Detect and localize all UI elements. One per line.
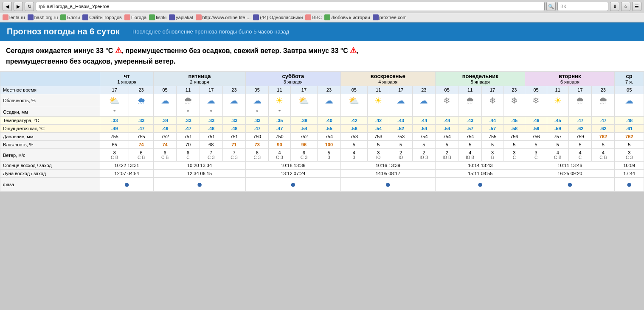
menu-button[interactable]: ☰ <box>632 2 641 11</box>
wind-16: 3В <box>481 149 503 162</box>
bookmark-bash[interactable]: bash.org.ru <box>28 14 58 20</box>
moon-row: Луна восход / заход 12:07 04:54 12:34 06… <box>0 170 644 178</box>
temp-20: -47 <box>568 117 591 125</box>
day-header-row: чт 1 января пятница 2 января суббота 3 я… <box>0 72 644 86</box>
temp-17: -45 <box>503 117 525 125</box>
phase-label: фаза <box>0 178 100 192</box>
feels-12: -52 <box>389 125 412 133</box>
wind-4: 7С-З <box>200 149 222 162</box>
phase-sun: ● <box>340 178 435 192</box>
reload-button[interactable]: ↻ <box>25 2 34 11</box>
precip-7: * <box>269 107 290 117</box>
cloud-19: ☀ <box>547 94 568 107</box>
time-12: 17 <box>389 86 412 94</box>
temp-9: -40 <box>318 117 340 125</box>
page-title: Прогноз погоды на 6 суток <box>7 27 120 36</box>
day-tue-date: 6 января <box>527 79 613 84</box>
sun-sun: 10:16 13:39 <box>340 162 435 170</box>
back-button[interactable]: ◀ <box>3 2 12 11</box>
temp-7: -35 <box>269 117 290 125</box>
feels-6: -47 <box>246 125 269 133</box>
time-0: 17 <box>100 86 129 94</box>
phase-row: фаза ● ● ● ● ● ● ● <box>0 178 644 192</box>
sun-sat: 10:18 13:36 <box>246 162 340 170</box>
time-1: 23 <box>129 86 154 94</box>
bookmark-proxfree[interactable]: proxfree.com <box>373 14 407 20</box>
cloud-20: 🌨 <box>568 94 591 107</box>
moon-mon: 15:11 08:55 <box>435 170 525 178</box>
feels-16: -57 <box>481 125 503 133</box>
hum-13: 5 <box>412 141 435 149</box>
wind-20: 4С <box>568 149 591 162</box>
hum-2: 74 <box>153 141 176 149</box>
bookmark-ok[interactable]: (44) Одноклассники <box>253 14 303 20</box>
day-mon-header: понедельник 5 января <box>435 72 525 86</box>
bookmark-weather[interactable]: Погода <box>124 14 146 20</box>
feels-5: -48 <box>222 125 245 133</box>
hum-5: 71 <box>222 141 245 149</box>
search-icon[interactable]: 🔍 <box>546 2 556 11</box>
pres-22: 762 <box>615 133 644 141</box>
temperature-label: Температура, °С <box>0 117 100 125</box>
hum-20: 5 <box>568 141 591 149</box>
download-button[interactable]: ⬇ <box>610 2 619 11</box>
moon-sat: 13:12 07:24 <box>246 170 340 178</box>
feels-18: -59 <box>525 125 547 133</box>
hum-17: 5 <box>503 141 525 149</box>
star-button[interactable]: ☆ <box>621 2 630 11</box>
feels-19: -59 <box>547 125 568 133</box>
precip-13 <box>412 107 435 117</box>
bookmark-history[interactable]: Любовь к истории <box>324 14 370 20</box>
time-2: 05 <box>153 86 176 94</box>
feels-4: -48 <box>200 125 222 133</box>
hum-12: 5 <box>389 141 412 149</box>
humidity-label: Влажность, % <box>0 141 100 149</box>
time-header-row: Местное время 17 23 05 11 17 23 05 11 17… <box>0 86 644 94</box>
wind-11: 3Ю <box>368 149 389 162</box>
precip-12 <box>389 107 412 117</box>
pres-8: 752 <box>290 133 318 141</box>
precip-5 <box>222 107 245 117</box>
time-19: 11 <box>547 86 568 94</box>
pressure-label: Давление, мм <box>0 133 100 141</box>
phase-fri: ● <box>153 178 245 192</box>
precip-9 <box>318 107 340 117</box>
url-bar[interactable] <box>36 2 545 11</box>
phase-sat: ● <box>246 178 340 192</box>
bookmark-cities[interactable]: Сайты городов <box>82 14 122 20</box>
forward-button[interactable]: ▶ <box>14 2 23 11</box>
bookmark-online[interactable]: http://www.online-life-... <box>196 14 251 20</box>
bookmark-bbc[interactable]: BBC <box>305 14 322 20</box>
wind-6: 6С-З <box>246 149 269 162</box>
temp-1: -33 <box>129 117 154 125</box>
wind-5: 7С-З <box>222 149 245 162</box>
sun-thu: 10:22 13:31 <box>100 162 154 170</box>
bookmark-fishki[interactable]: fishki <box>149 14 166 20</box>
temp-14: -44 <box>435 117 458 125</box>
precip-16 <box>481 107 503 117</box>
precipitation-row: Осадки, мм * * * * * <box>0 107 644 117</box>
precip-11 <box>368 107 389 117</box>
browser-toolbar: ◀ ▶ ↻ 🔍 ⬇ ☆ ☰ <box>0 0 644 13</box>
bookmark-blogi[interactable]: Блоги <box>60 14 80 20</box>
wind-7: 4С-З <box>269 149 290 162</box>
day-wed-name: ср <box>616 73 642 79</box>
feels-1: -47 <box>129 125 154 133</box>
bookmark-yaplakal[interactable]: yaplakal <box>169 14 193 20</box>
cloudiness-label: Облачность, % <box>0 94 100 107</box>
bookmark-lenta[interactable]: lenta.ru <box>3 14 25 20</box>
pres-21: 762 <box>592 133 615 141</box>
search-bar[interactable] <box>557 2 608 11</box>
sun-mon: 10:14 13:43 <box>435 162 525 170</box>
time-17: 23 <box>503 86 525 94</box>
temperature-row: Температура, °С -33 -33 -34 -33 -33 -33 … <box>0 117 644 125</box>
pres-17: 756 <box>503 133 525 141</box>
pres-3: 751 <box>177 133 200 141</box>
cloudiness-row: Облачность, % ⛅ 🌧 ☁ 🌨 ☁ ☁ ☁ ☀ ⛅ ☁ ⛅ <box>0 94 644 107</box>
hum-10: 5 <box>340 141 368 149</box>
temp-13: -44 <box>412 117 435 125</box>
hum-21: 5 <box>592 141 615 149</box>
moon-label: Луна восход / заход <box>0 170 100 178</box>
wind-2: 6С-В <box>153 149 176 162</box>
hum-11: 5 <box>368 141 389 149</box>
